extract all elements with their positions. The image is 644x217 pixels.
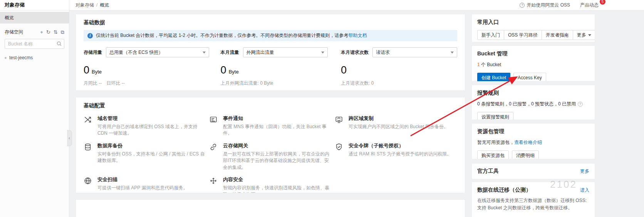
set-alarm-rules-button[interactable]: 设置报警规则 [477,112,513,120]
feature-title: 安全令牌（子账号授权） [349,142,451,149]
info-icon: i [87,33,93,38]
buy-resource-package-button[interactable]: 购买资源包 [477,150,509,159]
question-circle-icon[interactable]: ? [578,102,583,107]
sidebar-collapse-handle[interactable]: ‹ [67,130,72,146]
bucket-search-input[interactable] [5,39,64,49]
feature-desc: 通过 RAM 和 STS 为子账号授予临时的访问权限。 [349,151,451,157]
sidebar-overview-label: 概览 [5,15,14,21]
bucket-section-label: 存储空间 [5,29,23,35]
tools-more-link[interactable]: 更多 [580,168,589,175]
alarm-summary: 0 条报警规则，0 已报警，0 预警状态，0 已禁用 ? [477,101,589,107]
bucket-management-title: Bucket 管理 [477,50,589,57]
feature-title: 跨区域复制 [349,115,448,122]
chevron-down-icon [451,52,454,53]
sort-icon[interactable]: ⇅ [54,29,58,35]
refresh-icon[interactable]: ↻ [46,29,50,35]
monthly-traffic-select[interactable]: 外网流出流量 [243,47,328,57]
resource-packages-card: 资源包管理 暂无可用资源包，查看价格介绍 购买资源包 消费明细 [471,123,595,159]
access-key-button[interactable]: Access Key [513,73,546,82]
feature-title: 事件通知 [223,115,332,122]
info-banner: i 仅统计当前 Bucket 合计数据，平均延迟 1-2 小时。不作为计量数据，… [84,30,457,41]
monthly-traffic-select-value: 外网流出流量 [247,49,274,56]
sidebar-item-overview[interactable]: 概览 [0,12,69,23]
resource-empty-text: 暂无可用资源包， [477,140,514,145]
migration-enter-link[interactable]: 进入 [580,187,589,194]
price-intro-link[interactable]: 查看价格介绍 [514,140,542,145]
search-icon[interactable] [57,41,62,47]
monthly-traffic-label: 本月流量 [221,49,239,56]
basic-data-card: 基础数据 i 仅统计当前 Bucket 合计数据，平均延迟 1-2 小时。不作为… [75,14,465,91]
feature-cross-region-replication[interactable]: 跨区域复制 可实现账户内不同区域之间的 Bucket 同步备份。 [335,115,457,137]
bucket-management-buttons: 创建 Bucket Access Key [477,73,589,82]
chevron-down-icon [588,34,591,36]
bucket-section-header: 存储空间 + ↻ ⇅ ⧉ [0,29,69,35]
content-safety-icon [209,177,218,193]
feature-domain-management[interactable]: 域名管理 可将用户自己的域名绑定到 OSS 域名上，并支持 CDN 一键加速。 [84,115,206,137]
notification-badge: 5 [600,0,605,5]
monthly-requests-value: 0 [341,64,347,76]
basic-config-card: 基础配置 域名管理 可将用户自己的域名绑定到 OSS 域名上，并支持 CDN 一… [75,97,465,193]
bucket-list-item[interactable]: test-jeecms [0,55,69,60]
alarm-buttons: 设置报警规则 [477,112,589,120]
bucket-name: test-jeecms [9,55,33,60]
monthly-requests-label: 本月请求次数 [341,49,369,56]
feature-desc: 智能内容识别服务，快速识别违规风险，如色情、暴恐、垃圾广告等。 [223,185,332,193]
feature-desc: 是一款可在线下和云上部署的软网关，可在企业的内部IT环境和基于云的存储基础设施之… [223,151,332,171]
chevron-down-icon [321,52,324,53]
getting-started-button[interactable]: 新手入门 [477,30,504,40]
feature-security-scan[interactable]: 安全扫描 可提供一键扫描 APP 漏洞和恶意代码服务。 [84,176,206,193]
data-migration-title: 数据在线迁移（公测） [477,187,531,194]
monthly-traffic-metric: 本月流量 外网流出流量 0 Byte 上月外网流出流量: 0 Byte [221,47,341,87]
resource-packages-title: 资源包管理 [477,128,589,135]
info-banner-body: 仅统计当前 Bucket 合计数据，平均延迟 1-2 小时。不作为计量数据，仅作… [96,33,348,38]
monthly-requests-footnote: 上月请求次数: 0 [341,80,457,87]
sidebar-title: 对象存储 [0,0,69,10]
feature-title: 内容安全 [223,176,332,183]
feature-security-token[interactable]: 安全令牌（子账号授权） 通过 RAM 和 STS 为子账号授予临时的访问权限。 [335,142,457,171]
database-backup-icon [84,143,93,171]
feature-title: 云存储网关 [223,142,332,149]
question-circle-icon: ? [520,3,525,8]
feature-desc: 可提供一键扫描 APP 漏洞和恶意代码服务。 [97,185,188,191]
quick-entry-card: 常用入口 新手入门 OSS 学习路径 开发者指南 更多 [471,14,595,42]
feature-desc: 实时备份到 OSS，支持本地 / 公网 / 其他云 / ECS 自建数据库。 [97,151,206,164]
partial-card [75,199,465,217]
monthly-requests-metric: 本月请求次数 读请求 0 上月请求次数: 0 [341,47,457,87]
monthly-requests-select[interactable]: 读请求 [372,47,457,57]
monthly-traffic-footnote: 上月外网流出流量: 0 Byte [221,80,341,87]
product-news-link[interactable]: 产品动态 5 [580,2,601,8]
feature-database-backup[interactable]: 数据库备份 实时备份到 OSS，支持本地 / 公网 / 其他云 / ECS 自建… [84,142,206,171]
feature-cloud-storage-gateway[interactable]: 云存储网关 是一款可在线下和云上部署的软网关，可在企业的内部IT环境和基于云的存… [209,142,332,171]
topbar-right: ? 开始使用阿里云 OSS 产品动态 5 [520,2,601,8]
storage-usage-select[interactable]: 总用量（不含 ECS 快照） [106,47,209,57]
add-bucket-icon[interactable]: + [40,29,43,35]
oss-learning-path-button[interactable]: OSS 学习路径 [504,30,542,40]
alarm-summary-text: 0 条报警规则，0 已报警，0 预警状态，0 已禁用 [477,101,576,107]
feature-title: 安全扫描 [97,176,188,183]
more-button[interactable]: 更多 [573,30,595,40]
storage-usage-select-value: 总用量（不含 ECS 快照） [109,49,163,56]
resource-buttons: 购买资源包 消费明细 [477,150,589,159]
topbar: 对象存储 / 概览 ? 开始使用阿里云 OSS 产品动态 5 [69,0,644,10]
storage-usage-footnote: 月同比 -- 日环比 -- [84,80,221,87]
sidebar: 对象存储 概览 存储空间 + ↻ ⇅ ⧉ test-jeecms [0,0,69,217]
developer-guide-button[interactable]: 开发者指南 [542,30,573,40]
get-started-link[interactable]: ? 开始使用阿里云 OSS [520,2,570,8]
popout-icon[interactable]: ⧉ [61,29,64,35]
security-scan-icon [84,177,93,193]
bucket-toolbar: + ↻ ⇅ ⧉ [40,29,64,35]
feature-desc: 可将用户自己的域名绑定到 OSS 域名上，并支持 CDN 一键加速。 [97,124,206,137]
bucket-management-card: Bucket 管理 1 个 Bucket 创建 Bucket Access Ke… [471,45,595,82]
more-button-label: 更多 [577,32,586,38]
bucket-dot-icon [5,57,7,59]
feature-grid: 域名管理 可将用户自己的域名绑定到 OSS 域名上，并支持 CDN 一键加速。 … [84,115,457,193]
feature-content-safety[interactable]: 内容安全 智能内容识别服务，快速识别违规风险，如色情、暴恐、垃圾广告等。 [209,176,332,193]
feature-event-notification[interactable]: 事件通知 配置 MNS 事件通知（回调）功能，关注 Bucket 事件。 [209,115,332,137]
alarm-rules-title: 报警规则 [477,90,589,97]
breadcrumb-root[interactable]: 对象存储 [75,2,94,8]
consumption-detail-button[interactable]: 消费明细 [512,150,539,159]
create-bucket-button[interactable]: 创建 Bucket [477,73,510,82]
resource-packages-text: 暂无可用资源包，查看价格介绍 [477,139,589,146]
help-doc-link[interactable]: 帮助文档 [348,33,367,38]
breadcrumb: 对象存储 / 概览 [75,2,109,8]
